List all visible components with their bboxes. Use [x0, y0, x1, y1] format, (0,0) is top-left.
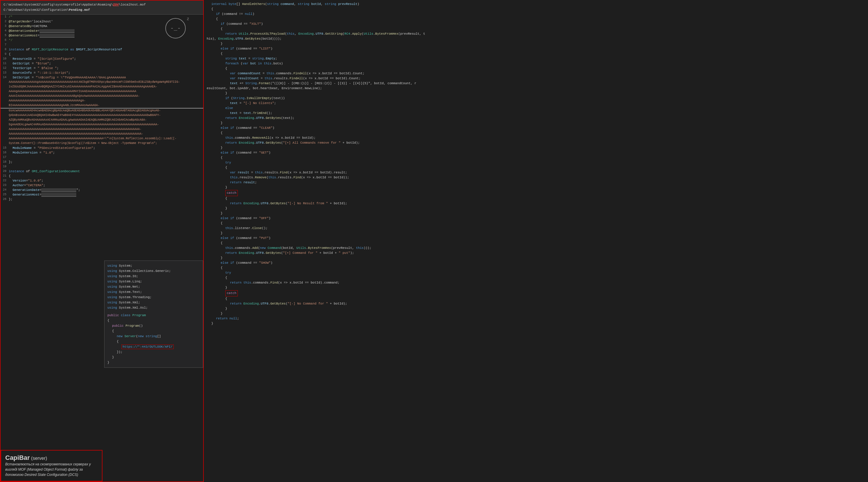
left-panel: C:\Windows\System32\config\systemprofile…: [0, 0, 204, 482]
capibar-name: CapiBar: [5, 454, 30, 461]
right-panel: internal byte[] HandleOthers(string comm…: [204, 0, 868, 482]
right-code-block: internal byte[] HandleOthers(string comm…: [207, 2, 865, 326]
file-path-header: C:\Windows\System32\config\systemprofile…: [1, 1, 203, 15]
using-block: using System; using System.Collections.G…: [104, 260, 203, 368]
capibar-title: CapiBar (server): [5, 454, 98, 462]
generation-host-input[interactable]: [39, 34, 74, 37]
gen-date-2-input[interactable]: [41, 188, 76, 192]
zov-highlight: ZOV: [113, 3, 119, 6]
gen-host-2-input[interactable]: [41, 193, 76, 197]
mof-code-area: 1/* 2@TargetNode='localhost' 3@Generated…: [1, 15, 203, 481]
generation-date-input[interactable]: [39, 29, 74, 33]
capibar-description: Встановлюється на скомпрометованих серве…: [5, 462, 98, 477]
capibar-subtitle-text: (server): [31, 456, 47, 461]
capibar-section: CapiBar (server) Встановлюється на скомп…: [1, 450, 102, 481]
